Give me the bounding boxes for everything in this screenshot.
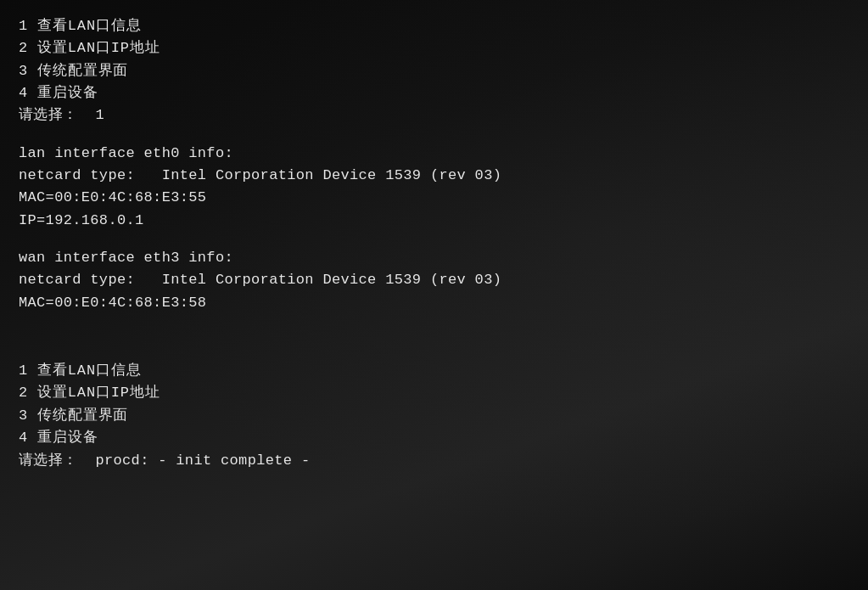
wan-netcard: netcard type: Intel Corporation Device 1… [19,269,849,291]
lan-netcard: netcard type: Intel Corporation Device 1… [19,165,849,187]
lan-info-header: lan interface eth0 info: [19,143,849,165]
blank-line-5 [19,345,849,360]
wan-mac: MAC=00:E0:4C:68:E3:58 [19,292,849,314]
menu1-item2: 2 设置LAN口IP地址 [19,37,849,59]
lan-mac: MAC=00:E0:4C:68:E3:55 [19,187,849,209]
terminal-content: 1 查看LAN口信息 2 设置LAN口IP地址 3 传统配置界面 4 重启设备 … [19,15,849,472]
wan-info-header: wan interface eth3 info: [19,247,849,269]
menu1-prompt: 请选择： 1 [19,104,849,126]
blank-line-1 [19,127,849,143]
menu1-item3: 3 传统配置界面 [19,60,849,82]
menu2-item2: 2 设置LAN口IP地址 [19,382,849,404]
menu1-item4: 4 重启设备 [19,82,849,104]
blank-line-3 [19,314,849,329]
menu1-item1: 1 查看LAN口信息 [19,15,849,37]
menu2-prompt: 请选择： procd: - init complete - [19,450,849,472]
menu2-item4: 4 重启设备 [19,427,849,449]
menu2-item1: 1 查看LAN口信息 [19,360,849,382]
blank-line-4 [19,329,849,345]
lan-ip: IP=192.168.0.1 [19,210,849,232]
menu2-item3: 3 传统配置界面 [19,405,849,427]
terminal-window: 1 查看LAN口信息 2 设置LAN口IP地址 3 传统配置界面 4 重启设备 … [0,0,868,590]
blank-line-2 [19,232,849,247]
